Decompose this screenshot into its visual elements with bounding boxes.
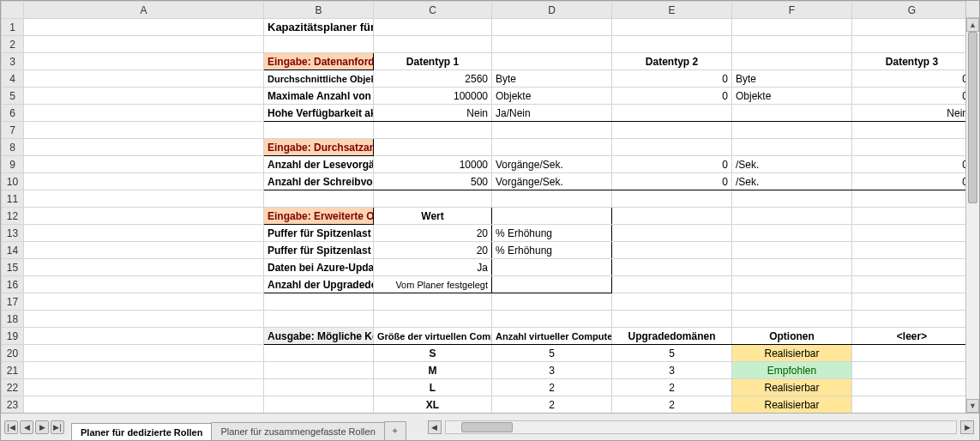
cell[interactable]: Datentyp 3 [852,53,966,70]
section-header[interactable]: Eingabe: Durchsatzanforderungen [264,139,374,156]
cell-unit[interactable]: Objekte [732,88,852,105]
cell-option[interactable]: Empfohlen [732,362,852,379]
cell-label[interactable]: Anzahl der Lesevorgänge/Sek. [264,156,374,173]
cell[interactable]: 5 [612,345,732,362]
row-header[interactable]: 6 [2,105,24,122]
cell-unit[interactable] [492,259,612,276]
cell-unit[interactable]: Vorgänge/Sek. [492,156,612,173]
cell-value[interactable]: 0 [612,156,732,173]
cell-unit[interactable]: Byte [732,70,852,88]
cell[interactable]: S [374,345,492,362]
output-header[interactable]: Ausgabe: Mögliche Konfigurationen [264,328,374,345]
row-header[interactable]: 9 [2,156,24,173]
cell-label[interactable]: Puffer für Spitzenlast - Durchsatz [264,242,374,259]
cell-unit[interactable]: /Sek. [732,156,852,173]
cell[interactable]: 2 [492,379,612,396]
scroll-thumb[interactable] [968,32,977,203]
tab-nav-first[interactable]: |◀ [4,420,18,434]
cell-unit[interactable] [732,105,852,122]
row-header[interactable]: 18 [2,311,24,328]
cell-value[interactable]: 0 [852,156,966,173]
cell[interactable]: Datentyp 1 [374,53,492,70]
cell[interactable]: 2 [612,379,732,396]
row-header[interactable]: 10 [2,173,24,190]
col-header[interactable]: A [24,2,264,19]
tab-nav-last[interactable]: ▶| [51,420,64,434]
tab-nav-prev[interactable]: ◀ [20,420,33,434]
cell-value[interactable]: 10000 [374,156,492,173]
cell-title[interactable]: Kapazitätsplaner für dedizierte Caches [264,19,374,36]
row-header[interactable]: 13 [2,225,24,242]
row-header[interactable]: 3 [2,53,24,70]
cell[interactable]: 2 [612,396,732,414]
section-header[interactable]: Eingabe: Datenanforderungen [264,53,374,70]
cell-value[interactable]: 0 [852,70,966,88]
cell-value[interactable]: Nein [852,105,966,122]
cell-label[interactable]: Maximale Anzahl von Objekten [264,88,374,105]
cell[interactable]: 3 [612,362,732,379]
cell-value[interactable]: 0 [852,173,966,190]
worksheet-grid[interactable]: A B C D E F G H 1 Kapazitätsplaner für d… [1,1,965,413]
col-header[interactable]: D [492,2,612,19]
sheet-tab[interactable]: Planer für zusammengefasste Rollen [211,422,384,440]
cell[interactable]: 2 [492,396,612,414]
cell-unit[interactable]: Vorgänge/Sek. [492,173,612,190]
row-header[interactable]: 14 [2,242,24,259]
cell-label[interactable]: Hohe Verfügbarkeit aktiviert [264,105,374,122]
row-header[interactable]: 11 [2,190,24,208]
cell-unit[interactable]: Objekte [492,88,612,105]
cell-unit[interactable]: Ja/Nein [492,105,612,122]
cell-value[interactable]: Vom Planer festgelegt [374,276,492,293]
cell-unit[interactable]: % Erhöhung [492,242,612,259]
cell[interactable]: L [374,379,492,396]
row-header[interactable]: 7 [2,122,24,139]
row-header[interactable]: 12 [2,208,24,225]
col-header[interactable]: E [612,2,732,19]
output-col-header[interactable]: Anzahl virtueller Computer [492,328,612,345]
tab-nav-next[interactable]: ▶ [35,420,49,434]
cell-value[interactable]: 0 [612,70,732,88]
cell-label[interactable]: Durchschnittliche Objektgröße (nach der … [264,70,374,88]
select-all-corner[interactable] [2,2,24,19]
cell-unit[interactable]: /Sek. [732,173,852,190]
cell-value[interactable]: 2560 [374,70,492,88]
row-header[interactable]: 1 [2,19,24,36]
cell-value[interactable]: Nein [374,105,492,122]
cell[interactable]: M [374,362,492,379]
scroll-down-button[interactable]: ▼ [966,399,979,413]
output-col-header[interactable]: Größe der virtuellen Computer [374,328,492,345]
cell-label[interactable]: Anzahl der Schreibvorgänge/Sek. [264,173,374,190]
row-header[interactable]: 2 [2,36,24,53]
horizontal-scrollbar[interactable]: ◀ ▶ [423,420,979,434]
scroll-up-button[interactable]: ▲ [966,18,979,32]
vertical-scrollbar[interactable]: ▲ ▼ [965,18,979,413]
col-header[interactable]: B [264,2,374,19]
col-header[interactable]: F [732,2,852,19]
cell[interactable]: Wert [374,208,492,225]
cell-unit[interactable]: % Erhöhung [492,225,612,242]
row-header[interactable]: 5 [2,88,24,105]
row-header[interactable]: 19 [2,328,24,345]
section-header[interactable]: Eingabe: Erweiterte Optionen [264,208,374,225]
cell-unit[interactable] [492,276,612,293]
cell[interactable]: 3 [492,362,612,379]
row-header[interactable]: 20 [2,345,24,362]
hscroll-thumb[interactable] [461,422,513,432]
column-header-row[interactable]: A B C D E F G H [2,2,966,19]
cell-value[interactable]: 0 [612,88,732,105]
hscroll-left-button[interactable]: ◀ [428,420,442,434]
row-header[interactable]: 23 [2,396,24,414]
output-col-header[interactable]: Optionen [732,328,852,345]
cell-value[interactable]: 20 [374,225,492,242]
col-header[interactable]: G [852,2,966,19]
cell-value[interactable]: Ja [374,259,492,276]
cell-option[interactable]: Realisierbar [732,345,852,362]
hscroll-right-button[interactable]: ▶ [960,420,974,434]
cell[interactable]: Datentyp 2 [612,53,732,70]
cell-value[interactable]: 0 [852,88,966,105]
row-header[interactable]: 8 [2,139,24,156]
cell[interactable]: 5 [492,345,612,362]
output-col-header[interactable]: Upgradedomänen [612,328,732,345]
row-header[interactable]: 22 [2,379,24,396]
row-header[interactable]: 4 [2,70,24,88]
